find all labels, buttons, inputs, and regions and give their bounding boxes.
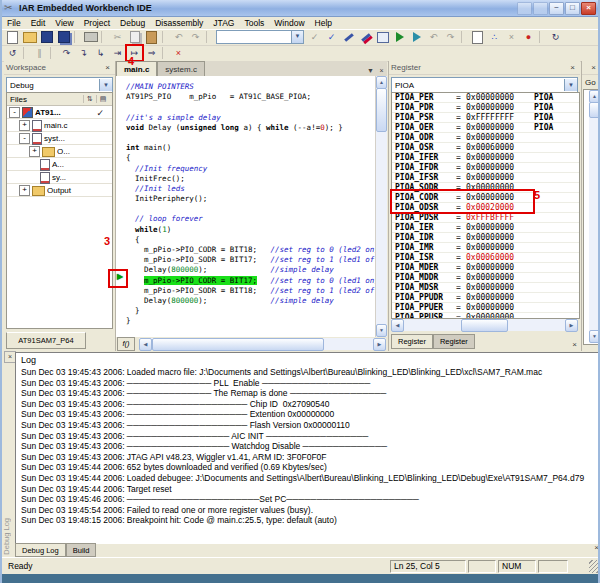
minimize-button[interactable]: − xyxy=(549,2,564,15)
register-tabs-close-icon[interactable]: × xyxy=(572,340,577,349)
register-row[interactable]: PIOA_IFDR=0x00000000 xyxy=(392,163,579,173)
scroll-down-icon[interactable]: ▼ xyxy=(589,330,600,343)
files-sort-icon[interactable]: ⇅ xyxy=(83,95,96,103)
menu-debug[interactable]: Debug xyxy=(115,18,150,28)
menu-view[interactable]: View xyxy=(50,18,78,28)
menu-jtag[interactable]: JTAG xyxy=(208,18,239,28)
tab-system-c[interactable]: system.c xyxy=(157,61,205,76)
vertical-scroll-thumb[interactable] xyxy=(589,102,600,118)
save-button[interactable] xyxy=(39,30,54,44)
find-previous-button[interactable]: ✓ xyxy=(307,30,322,44)
register-row[interactable]: PIOA_MDSR=0x00000000 xyxy=(392,283,579,293)
save-all-button[interactable] xyxy=(56,30,71,44)
reset-button[interactable]: ↺ xyxy=(5,46,20,60)
register-row[interactable]: PIOA_PDR=0x00000000PIOA xyxy=(392,103,579,113)
stop-debugging-button[interactable]: × xyxy=(171,46,186,60)
redo-button[interactable]: ↷ xyxy=(188,30,203,44)
tree-item-mainc[interactable]: +main.c xyxy=(7,119,112,132)
files-columns-icon[interactable]: ▤ xyxy=(96,95,109,103)
build-messages-button[interactable] xyxy=(470,30,485,44)
scroll-right-icon[interactable]: ▶ xyxy=(373,338,386,351)
tree-expander-icon[interactable]: + xyxy=(29,146,40,157)
horizontal-scroll-thumb[interactable] xyxy=(152,338,324,351)
scroll-right-icon[interactable]: ▶ xyxy=(565,319,578,332)
register-row[interactable]: PIOA_SODR=0x00000000 xyxy=(392,183,579,193)
register-row[interactable]: PIOA_MDDR=0x00000000 xyxy=(392,273,579,283)
tree-expander-icon[interactable]: - xyxy=(9,107,20,118)
log-tabs-close-icon[interactable]: × xyxy=(594,543,599,552)
menu-project[interactable]: Project xyxy=(79,18,115,28)
tree-item-at91[interactable]: -AT91...✓ xyxy=(7,106,112,119)
next-statement-button[interactable]: ⇥ xyxy=(110,46,125,60)
scroll-left-icon[interactable]: ◀ xyxy=(139,338,152,351)
register-row[interactable]: PIOA_PER=0x00000000PIOA xyxy=(392,93,579,103)
compile-button[interactable] xyxy=(341,30,356,44)
open-file-button[interactable] xyxy=(22,30,37,44)
tab-main-c[interactable]: main.c xyxy=(116,61,157,76)
register-row[interactable]: PIOA_IER=0x00000000 xyxy=(392,223,579,233)
download-and-debug-button[interactable] xyxy=(392,30,407,44)
break-button[interactable]: ∥ xyxy=(32,46,47,60)
register-row[interactable]: PIOA_OER=0x00000000PIOA xyxy=(392,123,579,133)
close-button[interactable]: × xyxy=(581,2,596,15)
workspace-close-icon[interactable]: × xyxy=(102,63,113,72)
editor-vertical-scrollbar[interactable]: ▲ ▼ xyxy=(375,76,387,337)
sliver-close-icon[interactable]: × xyxy=(588,63,599,72)
undo-button[interactable]: ↶ xyxy=(171,30,186,44)
navigate-back-button[interactable]: ↶ xyxy=(426,30,441,44)
step-out-button[interactable]: ↳ xyxy=(93,46,108,60)
menu-window[interactable]: Window xyxy=(269,18,309,28)
tree-item-o[interactable]: +O... xyxy=(7,145,112,158)
register-row[interactable]: PIOA_PSR=0xFFFFFFFFPIOA xyxy=(392,113,579,123)
new-file-button[interactable] xyxy=(5,30,20,44)
log-content[interactable]: Log Sun Dec 03 19:45:43 2006: Loaded mac… xyxy=(15,352,600,544)
toggle-breakpoint-button[interactable]: ● xyxy=(521,30,536,44)
scroll-down-icon[interactable]: ▼ xyxy=(376,324,387,337)
register-horizontal-scrollbar[interactable]: ◀ ▶ xyxy=(391,319,578,331)
tree-item-syst[interactable]: -syst... xyxy=(7,132,112,145)
tree-item-output[interactable]: +Output xyxy=(7,184,112,197)
tree-item-sy[interactable]: sy... xyxy=(7,171,112,184)
menu-file[interactable]: File xyxy=(2,18,26,28)
chevron-down-icon[interactable]: ▼ xyxy=(99,79,112,91)
copy-button[interactable] xyxy=(127,30,142,44)
go-button[interactable]: ⇒ xyxy=(144,46,159,60)
tab-debug-log[interactable]: Debug Log xyxy=(15,543,66,557)
register-row[interactable]: PIOA_PPUER=0x00000000 xyxy=(392,303,579,313)
menu-tools[interactable]: Tools xyxy=(239,18,269,28)
register-row[interactable]: PIOA_ODSR=0x00020000 xyxy=(392,203,579,213)
register-row[interactable]: PIOA_IDR=0x00000000 xyxy=(392,233,579,243)
register-tab-2[interactable]: Register xyxy=(433,334,475,349)
source-browser-button[interactable]: ∴ xyxy=(487,30,502,44)
titlebar-ghost-button-2[interactable] xyxy=(533,2,548,15)
chevron-down-icon[interactable]: ▼ xyxy=(564,79,577,91)
scroll-left-icon[interactable]: ◀ xyxy=(391,319,404,332)
debug-without-downloading-button[interactable] xyxy=(409,30,424,44)
resize-grip[interactable] xyxy=(589,560,600,573)
tab-scroll-icon[interactable]: ▼ xyxy=(365,65,376,76)
tree-expander-icon[interactable]: + xyxy=(19,185,30,196)
titlebar-ghost-button-1[interactable] xyxy=(517,2,532,15)
menu-disassembly[interactable]: Disassembly xyxy=(150,18,208,28)
tree-expander-icon[interactable]: + xyxy=(19,120,30,131)
paste-button[interactable] xyxy=(144,30,159,44)
register-row[interactable]: PIOA_ODR=0x00000000 xyxy=(392,133,579,143)
tree-item-a[interactable]: A... xyxy=(7,158,112,171)
function-list-button[interactable]: f() xyxy=(117,337,135,351)
navigate-forward-button[interactable]: ↷ xyxy=(443,30,458,44)
step-into-button[interactable]: ↴ xyxy=(76,46,91,60)
find-next-button[interactable]: ✓ xyxy=(324,30,339,44)
code-area[interactable]: //MAIN POINTERSAT91PS_PIO m_pPio = AT91C… xyxy=(116,76,376,337)
cut-button[interactable]: ✂ xyxy=(110,30,125,44)
debug-config-select[interactable]: Debug ▼ xyxy=(6,77,113,93)
register-row[interactable]: PIOA_ISR=0x00060000 xyxy=(392,253,579,263)
print-button[interactable] xyxy=(83,30,98,44)
register-row[interactable]: PIOA_PDSR=0xFFFBFFFF xyxy=(392,213,579,223)
tab-build[interactable]: Build xyxy=(66,543,97,557)
chevron-down-icon[interactable]: ▼ xyxy=(291,31,303,43)
menu-help[interactable]: Help xyxy=(310,18,337,28)
register-row[interactable]: PIOA_PPUDR=0x00000000 xyxy=(392,293,579,303)
tree-expander-icon[interactable]: - xyxy=(19,133,30,144)
register-close-icon[interactable]: × xyxy=(567,63,578,72)
register-row[interactable]: PIOA_IMR=0x00000000 xyxy=(392,243,579,253)
